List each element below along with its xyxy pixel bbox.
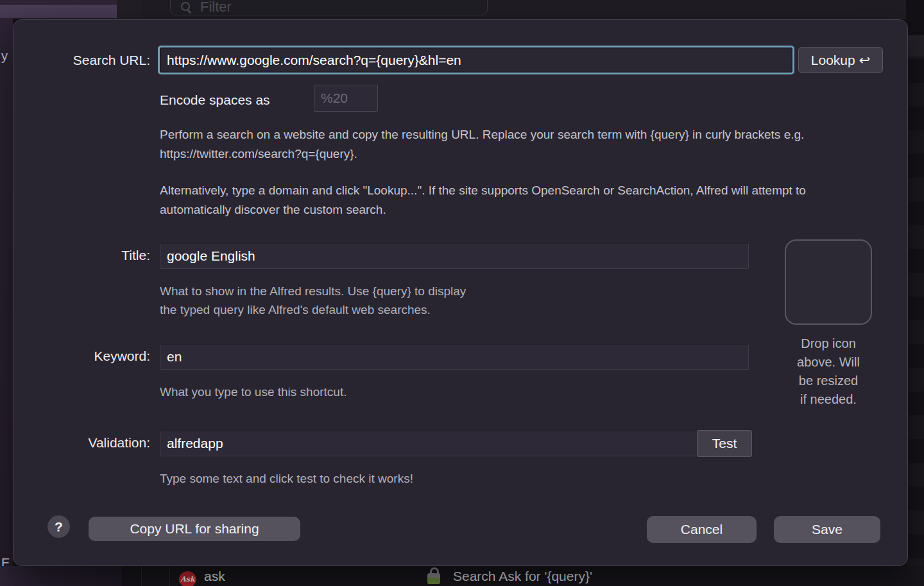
- filter-search-box[interactable]: Filter: [170, 0, 488, 15]
- keyword-input[interactable]: [160, 344, 749, 370]
- background-table-row-highlight: [906, 35, 924, 56]
- title-help: What to show in the Alfred results. Use …: [160, 282, 466, 319]
- validation-help: Type some text and click test to check i…: [160, 469, 413, 488]
- test-button[interactable]: Test: [697, 430, 752, 457]
- help-button[interactable]: ?: [47, 515, 70, 538]
- encode-spaces-label: Encode spaces as: [160, 92, 270, 108]
- cropped-sidebar-text-top: y: [1, 49, 8, 64]
- save-button[interactable]: Save: [774, 516, 880, 543]
- search-icon: [181, 2, 191, 12]
- title-label: Title:: [39, 248, 150, 263]
- cancel-button[interactable]: Cancel: [647, 516, 757, 543]
- encode-spaces-input[interactable]: [314, 85, 378, 112]
- copy-url-button[interactable]: Copy URL for sharing: [89, 517, 300, 541]
- search-url-label: Search URL:: [39, 53, 150, 68]
- lock-icon: [427, 567, 440, 584]
- background-sidebar-header: [0, 0, 117, 18]
- drop-icon-caption: Drop icon above. Will be resized if need…: [758, 334, 899, 409]
- title-input[interactable]: [160, 243, 749, 269]
- row-title-cell: Search Ask for '{query}': [453, 569, 592, 584]
- keyword-help: What you type to use this shortcut.: [160, 383, 346, 401]
- validation-input[interactable]: [160, 431, 697, 456]
- background-toolbar-segment: [117, 0, 142, 18]
- validation-label: Validation:: [39, 435, 150, 451]
- column-divider: [141, 566, 142, 586]
- custom-search-dialog: Search URL: Lookup ↩ Encode spaces as Pe…: [13, 19, 908, 566]
- description-paragraph-1: Perform a search on a website and copy t…: [160, 125, 862, 164]
- icon-drop-well[interactable]: [785, 239, 872, 325]
- row-keyword-cell: ask: [204, 569, 225, 584]
- filter-placeholder: Filter: [200, 0, 232, 15]
- description-paragraph-2: Alternatively, type a domain and click "…: [160, 181, 862, 220]
- background-sidebar-bottom: [0, 566, 122, 586]
- background-table-row-ask[interactable]: Ask ask Search Ask for '{query}': [0, 566, 924, 586]
- column-divider: [169, 566, 170, 586]
- ask-search-icon: Ask: [179, 571, 196, 586]
- background-left-strip: y E: [0, 18, 13, 586]
- search-url-input[interactable]: [161, 48, 791, 72]
- search-url-input-focus-ring: [158, 46, 794, 74]
- keyword-label: Keyword:: [39, 349, 150, 364]
- background-table-rows: [906, 35, 924, 567]
- lookup-button[interactable]: Lookup ↩: [798, 47, 883, 73]
